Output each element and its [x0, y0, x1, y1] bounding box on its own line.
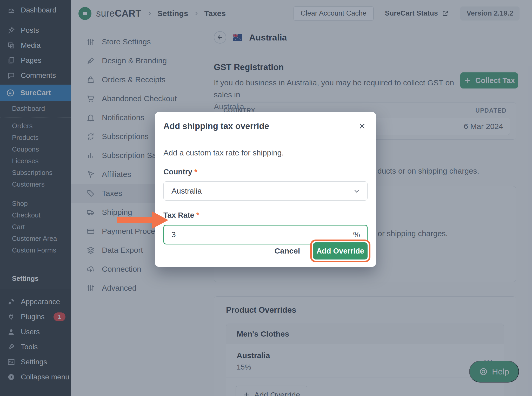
tax-rate-input[interactable]: 3 %: [163, 225, 368, 244]
annotation-arrow: [117, 210, 169, 230]
required-marker: *: [196, 211, 199, 219]
percent-suffix: %: [353, 230, 360, 239]
country-select-value: Australia: [171, 187, 202, 195]
country-select[interactable]: Australia: [163, 181, 368, 201]
add-override-submit-button[interactable]: Add Override: [313, 242, 368, 260]
add-shipping-tax-override-modal: Add shipping tax override Add a custom t…: [155, 112, 376, 267]
required-marker: *: [194, 168, 197, 176]
tax-rate-field-label: Tax Rate*: [163, 211, 368, 220]
modal-description: Add a custom tax rate for shipping.: [163, 148, 368, 157]
modal-title: Add shipping tax override: [163, 121, 269, 131]
chevron-down-icon: [353, 187, 361, 195]
cancel-button[interactable]: Cancel: [273, 246, 302, 256]
label-text: Country: [163, 168, 192, 176]
tax-rate-value: 3: [171, 230, 176, 239]
close-icon[interactable]: [358, 122, 367, 131]
country-field-label: Country*: [163, 168, 368, 176]
